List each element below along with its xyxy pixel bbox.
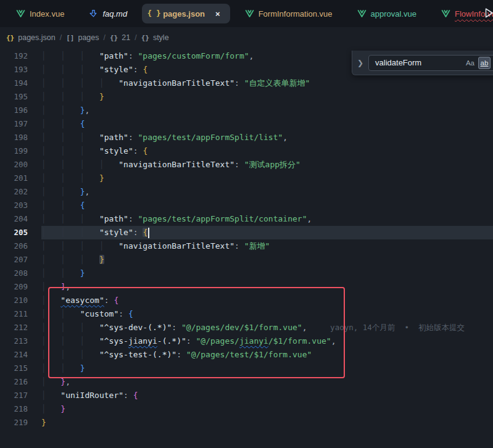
code-line-214[interactable]: 214│ │ │ "^sys-test-(.*)": "@/pages/test…: [0, 348, 493, 362]
close-icon[interactable]: ×: [213, 9, 223, 19]
code-line-206[interactable]: 206│ │ │ │ "navigationBarTitleText": "新增…: [0, 239, 493, 253]
code-line-215[interactable]: 215│ │ }: [0, 362, 493, 375]
tab-label: Index.vue: [30, 9, 64, 19]
code-token: "pages/customForm/form": [138, 51, 249, 60]
code-line-197[interactable]: 197│ │ {: [0, 117, 493, 131]
code-token: "uniIdRouter": [60, 391, 123, 400]
breadcrumb-separator: /: [135, 33, 136, 42]
line-content: │ │ │ "style": {: [41, 144, 493, 158]
code-line-213[interactable]: 213│ │ │ "^sys-jianyi-(.*)": "@/pages/ji…: [0, 334, 493, 348]
tab-pages-json[interactable]: { }pages.json×: [142, 4, 230, 23]
tab-label: faq.md: [102, 9, 127, 19]
code-line-199[interactable]: 199│ │ │ "style": {: [0, 144, 493, 158]
code-token: }: [41, 418, 46, 427]
code-line-202[interactable]: 202│ │ },: [0, 185, 493, 199]
code-line-195[interactable]: 195│ │ │ }: [0, 90, 493, 104]
indent-guide: │ │ │: [41, 350, 99, 359]
indent-guide: │: [41, 404, 60, 413]
code-line-205[interactable]: 205│ │ │ "style": {: [0, 226, 493, 239]
tab-bar: Index.vuefaq.md{ }pages.json×FormInforma…: [0, 0, 493, 27]
code-token: "^sys-dev-(.*)": [99, 323, 172, 332]
line-content: │ },: [41, 375, 493, 389]
code-line-217[interactable]: 217│ "uniIdRouter": {: [0, 389, 493, 402]
line-number: 209: [0, 280, 28, 294]
breadcrumb-item-pages-json[interactable]: {}pages.json: [6, 33, 56, 42]
line-number: 205: [0, 226, 28, 239]
code-line-208[interactable]: 208│ │ }: [0, 267, 493, 280]
line-content: │ │ {: [41, 199, 493, 212]
code-token: ]: [60, 282, 65, 291]
line-number: 214: [0, 348, 28, 362]
line-number: 215: [0, 362, 28, 375]
indent-guide: │ │ │ │: [41, 160, 118, 169]
indent-guide: │ │ │: [41, 336, 99, 346]
code-token: {: [80, 201, 85, 210]
indent-guide: │ │ │ │: [41, 241, 118, 251]
code-line-204[interactable]: 204│ │ │ "path": "pages/test/appFormSpli…: [0, 212, 493, 226]
whole-word-icon[interactable]: ab: [478, 57, 491, 69]
indent-guide: │ │: [41, 119, 80, 128]
code-line-207[interactable]: 207│ │ │ }: [0, 253, 493, 267]
line-number: 204: [0, 212, 28, 226]
tab-label: approval.vue: [371, 9, 416, 19]
line-content: │ │ },: [41, 185, 493, 199]
code-line-212[interactable]: 212│ │ │ "^sys-dev-(.*)": "@/pages/dev/$…: [0, 321, 493, 334]
indent-guide: │ │ │: [41, 228, 99, 237]
array-symbol-icon: []: [66, 34, 74, 42]
find-expand-chevron-icon[interactable]: ❯: [357, 59, 363, 67]
code-line-198[interactable]: 198│ │ │ "path": "pages/test/appFormSpli…: [0, 131, 493, 144]
tab-faq-md[interactable]: faq.md: [77, 0, 139, 27]
line-number: 203: [0, 199, 28, 212]
find-input[interactable]: validateForm Aa ab .*: [368, 55, 493, 71]
code-token: "自定义表单新增": [244, 78, 310, 88]
code-line-211[interactable]: 211│ │ "custom": {: [0, 307, 493, 321]
code-line-219[interactable]: 219}: [0, 416, 493, 429]
code-token: :: [176, 350, 186, 359]
line-content: │ │ │ "^sys-dev-(.*)": "@/pages/dev/$1/f…: [41, 321, 493, 334]
code-line-194[interactable]: 194│ │ │ │ "navigationBarTitleText": "自定…: [0, 77, 493, 90]
tab-forminformation-vue[interactable]: FormInformation.vue: [233, 0, 345, 27]
line-content: │ │ │ }: [41, 253, 493, 267]
code-token: "style": [99, 228, 133, 237]
vue-icon: [357, 9, 367, 19]
line-number: 219: [0, 416, 28, 429]
vue-icon: [441, 9, 450, 19]
code-lines: 192│ │ │ "path": "pages/customForm/form"…: [0, 48, 493, 429]
code-line-196[interactable]: 196│ │ },: [0, 104, 493, 117]
breadcrumb-item-style[interactable]: {}style: [141, 33, 169, 42]
code-line-203[interactable]: 203│ │ {: [0, 199, 493, 212]
code-token: }: [60, 404, 65, 413]
breadcrumb-item-pages[interactable]: []pages: [66, 33, 99, 42]
code-editor[interactable]: 192│ │ │ "path": "pages/customForm/form"…: [0, 48, 493, 448]
indent-guide: │ │: [41, 363, 80, 373]
code-token: /$1/form.vue": [268, 336, 331, 346]
code-line-216[interactable]: 216│ },: [0, 375, 493, 389]
code-line-200[interactable]: 200│ │ │ │ "navigationBarTitleText": "测试…: [0, 158, 493, 172]
code-token: :: [128, 51, 138, 60]
indent-guide: │ │ │: [41, 51, 99, 60]
line-number: 192: [0, 49, 28, 63]
breadcrumb-separator: /: [60, 33, 62, 42]
breadcrumb-item-21[interactable]: {}21: [110, 33, 130, 42]
line-number: 195: [0, 90, 28, 104]
indent-guide: │: [41, 377, 60, 386]
code-line-201[interactable]: 201│ │ │ }: [0, 172, 493, 185]
code-token: "custom": [80, 309, 119, 318]
match-case-icon[interactable]: Aa: [464, 57, 476, 69]
code-token: :: [133, 146, 143, 156]
code-line-210[interactable]: 210│ "easycom": {: [0, 294, 493, 307]
indent-guide: │ │: [41, 106, 80, 115]
line-number: 211: [0, 307, 28, 321]
line-content: │ │ }: [41, 267, 493, 280]
code-line-218[interactable]: 218│ }: [0, 402, 493, 416]
object-symbol-icon: {}: [141, 34, 149, 42]
find-query-text[interactable]: validateForm: [375, 58, 462, 67]
code-line-209[interactable]: 209│ ],: [0, 280, 493, 294]
run-button[interactable]: [483, 7, 493, 20]
tab-approval-vue[interactable]: approval.vue: [345, 0, 429, 27]
code-token: :: [133, 65, 143, 74]
code-token: "path": [99, 133, 128, 142]
tab-index-vue[interactable]: Index.vue: [4, 0, 77, 27]
line-content: │ │ │ "path": "pages/test/appFormSplit/l…: [41, 131, 493, 144]
code-token: "style": [99, 146, 133, 156]
